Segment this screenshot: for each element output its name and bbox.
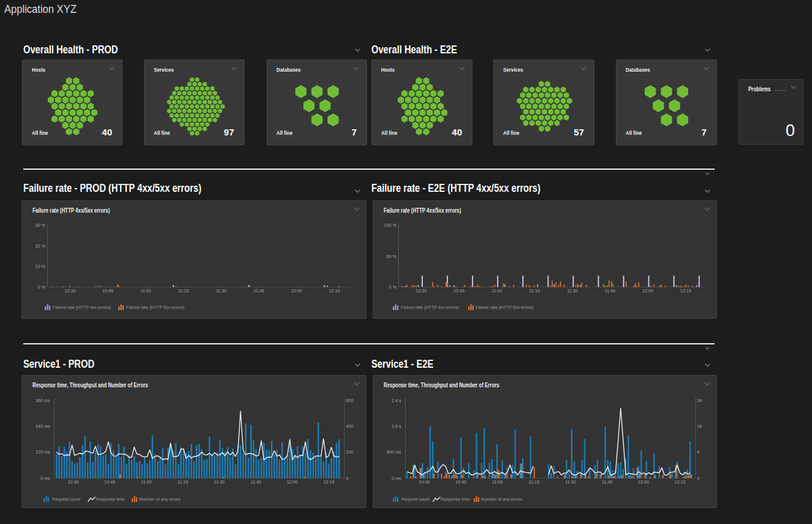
svg-text:10:45: 10:45 <box>453 288 465 294</box>
svg-text:120 ms: 120 ms <box>36 449 50 455</box>
svg-text:12:15: 12:15 <box>329 288 340 294</box>
svg-text:11:45: 11:45 <box>251 479 261 485</box>
svg-text:12:00: 12:00 <box>291 288 302 294</box>
svg-text:11:00: 11:00 <box>140 288 151 294</box>
svg-text:11:00: 11:00 <box>141 479 151 485</box>
svg-text:0 ms: 0 ms <box>40 476 50 481</box>
svg-text:11:30: 11:30 <box>565 479 575 485</box>
svg-text:10:45: 10:45 <box>104 479 115 485</box>
svg-text:11:00: 11:00 <box>491 288 502 294</box>
svg-text:12:00: 12:00 <box>287 479 298 485</box>
svg-text:20 %: 20 % <box>36 243 46 249</box>
svg-text:10:30: 10:30 <box>419 479 430 485</box>
svg-text:200: 200 <box>346 449 354 455</box>
svg-text:2.4 s: 2.4 s <box>392 398 401 403</box>
svg-text:11:30: 11:30 <box>216 288 226 294</box>
svg-text:11:30: 11:30 <box>214 479 224 485</box>
svg-text:11:15: 11:15 <box>178 288 189 294</box>
svg-text:11:45: 11:45 <box>602 479 612 485</box>
svg-text:10:45: 10:45 <box>102 288 113 294</box>
svg-text:10:45: 10:45 <box>455 479 466 485</box>
svg-text:12:15: 12:15 <box>680 288 691 294</box>
svg-text:11:30: 11:30 <box>567 288 577 294</box>
svg-text:11:15: 11:15 <box>529 288 540 294</box>
svg-text:24: 24 <box>697 398 702 403</box>
svg-text:10 %: 10 % <box>36 264 46 269</box>
svg-text:30 %: 30 % <box>36 222 46 228</box>
svg-text:8: 8 <box>697 449 700 455</box>
svg-text:50 %: 50 % <box>387 254 397 259</box>
svg-text:10:30: 10:30 <box>68 479 79 485</box>
svg-text:360 ms: 360 ms <box>36 398 50 403</box>
svg-text:240 ms: 240 ms <box>36 423 50 429</box>
svg-text:100 %: 100 % <box>384 222 397 228</box>
svg-text:600: 600 <box>346 398 354 403</box>
svg-text:10:30: 10:30 <box>416 288 427 294</box>
svg-text:11:00: 11:00 <box>492 479 503 485</box>
svg-text:12:00: 12:00 <box>642 288 653 294</box>
svg-text:11:15: 11:15 <box>178 479 188 485</box>
svg-text:11:15: 11:15 <box>529 479 539 485</box>
svg-text:0: 0 <box>346 476 349 481</box>
svg-text:800 ms: 800 ms <box>387 449 401 455</box>
svg-text:0 %: 0 % <box>389 284 397 290</box>
svg-text:12:15: 12:15 <box>675 479 686 485</box>
svg-text:0: 0 <box>697 476 700 481</box>
svg-text:400: 400 <box>346 423 354 429</box>
svg-text:11:45: 11:45 <box>605 288 615 294</box>
svg-text:12:15: 12:15 <box>324 479 335 485</box>
svg-text:1.6 s: 1.6 s <box>392 423 401 429</box>
svg-text:11:45: 11:45 <box>254 288 264 294</box>
svg-text:10:30: 10:30 <box>65 288 76 294</box>
svg-text:12:00: 12:00 <box>638 479 649 485</box>
svg-text:0 %: 0 % <box>38 284 46 290</box>
svg-text:0 ms: 0 ms <box>392 476 401 481</box>
svg-text:16: 16 <box>697 423 702 429</box>
